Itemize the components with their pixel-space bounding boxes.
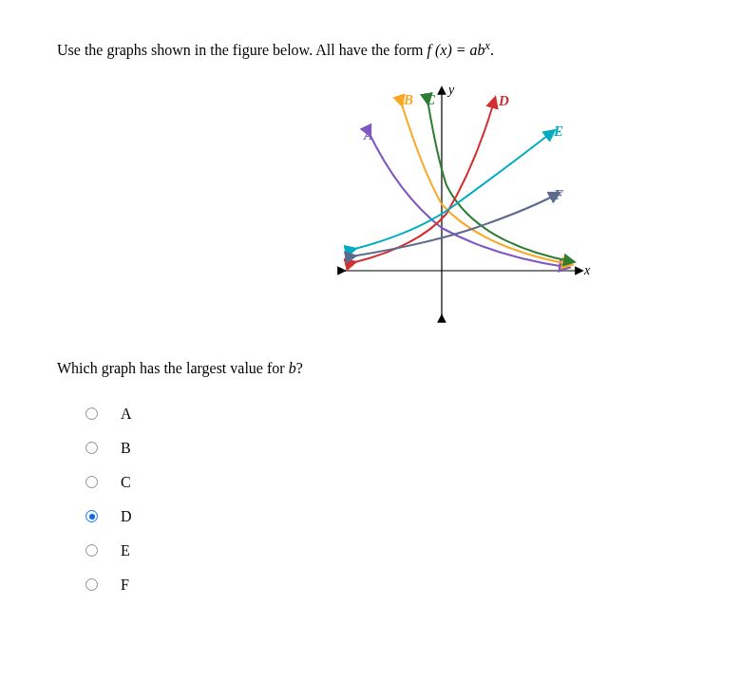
radio-E[interactable]: [85, 544, 98, 557]
option-label-C: C: [121, 474, 131, 491]
exponential-graph: y x A B C D E F: [332, 81, 598, 328]
radio-A[interactable]: [85, 407, 98, 420]
curve-label-A: A: [363, 127, 373, 142]
question-prefix: Which graph has the largest value for: [57, 360, 289, 376]
radio-D[interactable]: [85, 510, 98, 522]
instruction-suffix: .: [490, 42, 494, 58]
curve-label-C: C: [426, 92, 436, 107]
option-row-E[interactable]: E: [85, 542, 683, 559]
figure-container: y x A B C D E F: [57, 81, 683, 331]
y-axis-label: y: [446, 83, 455, 97]
curve-C: [427, 100, 570, 261]
option-row-B[interactable]: B: [85, 440, 683, 457]
radio-F[interactable]: [85, 578, 98, 591]
x-axis-label: x: [583, 263, 591, 277]
instruction-prefix: Use the graphs shown in the figure below…: [57, 42, 427, 58]
radio-B[interactable]: [85, 442, 98, 454]
option-label-F: F: [121, 577, 129, 594]
radio-C[interactable]: [85, 476, 98, 488]
option-row-D[interactable]: D: [85, 508, 683, 525]
question-suffix: ?: [296, 360, 303, 376]
option-label-A: A: [121, 406, 132, 423]
function-form: f (x) = ab: [427, 42, 485, 58]
option-label-E: E: [121, 542, 130, 559]
option-label-B: B: [121, 440, 131, 457]
curve-label-E: E: [553, 123, 563, 139]
question-text: Which graph has the largest value for b?: [57, 360, 683, 377]
option-label-D: D: [121, 508, 132, 525]
curve-D: [351, 102, 494, 263]
question-var: b: [289, 360, 296, 376]
instruction-text: Use the graphs shown in the figure below…: [57, 38, 683, 62]
curve-label-F: F: [553, 187, 563, 202]
option-row-F[interactable]: F: [85, 577, 683, 594]
curve-F: [351, 195, 556, 256]
curve-label-B: B: [403, 92, 413, 107]
option-row-C[interactable]: C: [85, 474, 683, 491]
answer-options: A B C D E F: [85, 406, 683, 594]
option-row-A[interactable]: A: [85, 406, 683, 423]
curve-label-D: D: [498, 93, 509, 108]
